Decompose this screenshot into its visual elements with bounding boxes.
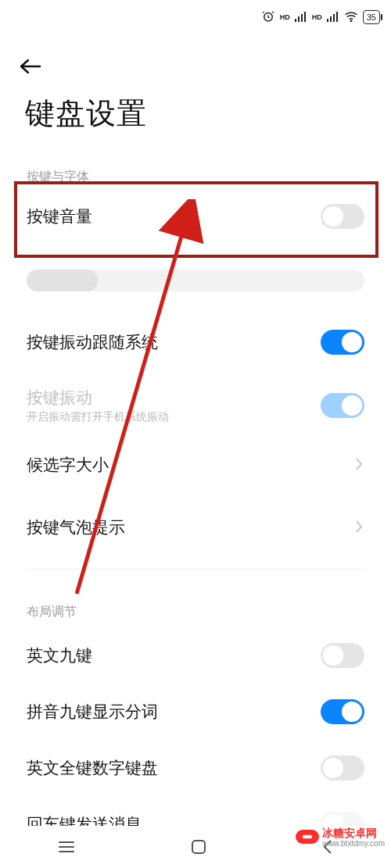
toggle-eng-full-numrow[interactable] — [321, 755, 364, 780]
label-key-vibrate: 按键振动 — [27, 388, 92, 406]
row-eng-full-numrow[interactable]: 英文全键数字键盘 — [27, 744, 364, 792]
signal-bars-1 — [295, 11, 307, 24]
section-layout-label: 布局调节 — [27, 604, 77, 620]
toggle-pinyin-9key-segment[interactable] — [321, 699, 364, 724]
divider — [27, 569, 364, 570]
watermark-logo — [296, 830, 319, 844]
row-pinyin-9key-segment[interactable]: 拼音九键显示分词 — [27, 688, 364, 736]
status-bar: HD HD 35 — [0, 0, 391, 34]
chevron-icon — [355, 520, 364, 535]
label-vibrate-follow: 按键振动跟随系统 — [27, 331, 158, 352]
signal-hd-1: HD — [280, 13, 290, 21]
chevron-icon — [355, 457, 364, 473]
battery-text: 35 — [367, 13, 376, 22]
svg-rect-14 — [192, 841, 205, 853]
svg-rect-1 — [295, 19, 296, 22]
alarm-icon — [261, 9, 275, 26]
watermark-brand: 冰糖安卓网 — [322, 827, 377, 839]
label-pinyin-9key-segment: 拼音九键显示分词 — [27, 701, 158, 722]
signal-bars-2 — [327, 11, 339, 24]
row-key-bubble[interactable]: 按键气泡提示 — [27, 503, 364, 552]
svg-rect-6 — [330, 16, 332, 22]
svg-rect-2 — [298, 16, 300, 22]
svg-rect-3 — [301, 14, 303, 22]
label-eng-9key: 英文九键 — [27, 645, 92, 666]
toggle-eng-9key[interactable] — [321, 643, 364, 668]
watermark-texts: 冰糖安卓网 www.btxtdmy.com — [322, 826, 385, 848]
nav-home[interactable] — [190, 838, 207, 855]
label-eng-full-numrow: 英文全键数字键盘 — [27, 757, 158, 778]
sub-key-vibrate: 开启振动需打开手机系统振动 — [27, 410, 169, 424]
battery-indicator: 35 — [363, 10, 380, 24]
header-bar — [0, 47, 391, 86]
svg-rect-8 — [336, 12, 338, 22]
svg-rect-4 — [304, 12, 306, 22]
wifi-icon — [344, 11, 358, 24]
label-candidate-size: 候选字大小 — [27, 454, 109, 475]
toggle-vibrate-follow[interactable] — [321, 330, 364, 355]
signal-hd-2: HD — [312, 13, 322, 21]
back-button[interactable] — [19, 57, 42, 76]
row-key-vibrate: 按键振动 开启振动需打开手机系统振动 — [27, 381, 364, 430]
watermark: 冰糖安卓网 www.btxtdmy.com — [296, 826, 385, 848]
toggle-key-vibrate — [321, 393, 364, 418]
annotation-highlight-box — [14, 181, 378, 258]
svg-rect-7 — [333, 14, 335, 22]
nav-recents[interactable] — [57, 840, 76, 854]
svg-rect-5 — [327, 19, 328, 22]
svg-rect-17 — [304, 835, 310, 838]
slider-fill — [27, 270, 98, 291]
watermark-url: www.btxtdmy.com — [322, 839, 385, 848]
row-eng-9key[interactable]: 英文九键 — [27, 631, 364, 680]
row-candidate-size[interactable]: 候选字大小 — [27, 441, 364, 489]
row-vibrate-follow[interactable]: 按键振动跟随系统 — [27, 318, 364, 366]
page-title: 键盘设置 — [25, 94, 147, 134]
svg-point-9 — [350, 20, 352, 22]
label-key-bubble: 按键气泡提示 — [27, 516, 125, 538]
slider-key-volume[interactable] — [27, 270, 364, 291]
